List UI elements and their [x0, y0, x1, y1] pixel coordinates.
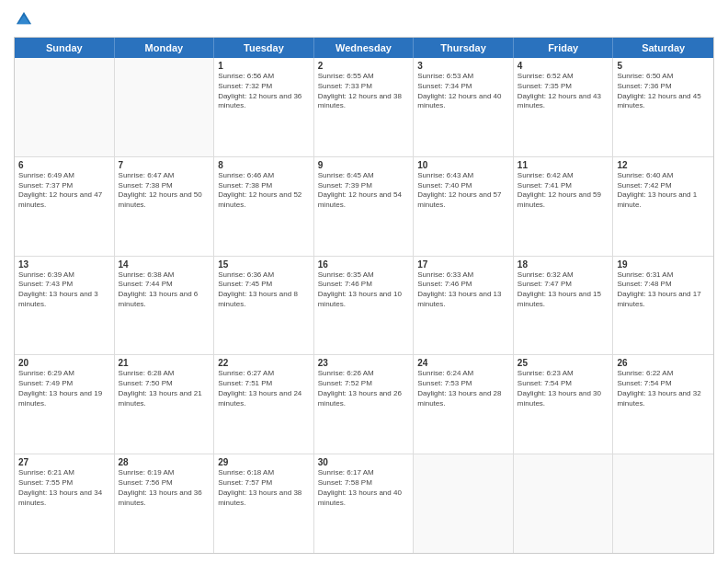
- day-cell-17: 17Sunrise: 6:33 AM Sunset: 7:46 PM Dayli…: [414, 257, 514, 355]
- day-cell-23: 23Sunrise: 6:26 AM Sunset: 7:52 PM Dayli…: [314, 355, 415, 454]
- day-number: 10: [417, 160, 509, 170]
- day-number: 11: [518, 160, 609, 170]
- day-info: Sunrise: 6:52 AM Sunset: 7:35 PM Dayligh…: [518, 72, 609, 111]
- week-row-2: 13Sunrise: 6:39 AM Sunset: 7:43 PM Dayli…: [15, 257, 713, 356]
- day-info: Sunrise: 6:50 AM Sunset: 7:36 PM Dayligh…: [617, 72, 710, 111]
- day-cell-4: 4Sunrise: 6:52 AM Sunset: 7:35 PM Daylig…: [514, 58, 614, 156]
- day-info: Sunrise: 6:40 AM Sunset: 7:42 PM Dayligh…: [617, 171, 710, 211]
- day-info: Sunrise: 6:19 AM Sunset: 7:56 PM Dayligh…: [119, 468, 210, 508]
- logo-icon: [14, 9, 34, 29]
- day-number: 8: [218, 160, 310, 170]
- day-cell-29: 29Sunrise: 6:18 AM Sunset: 7:57 PM Dayli…: [214, 454, 314, 553]
- day-number: 20: [18, 358, 110, 368]
- page: SundayMondayTuesdayWednesdayThursdayFrid…: [0, 0, 728, 563]
- day-number: 22: [218, 358, 310, 368]
- day-cell-19: 19Sunrise: 6:31 AM Sunset: 7:48 PM Dayli…: [613, 257, 713, 355]
- day-cell-2: 2Sunrise: 6:55 AM Sunset: 7:33 PM Daylig…: [314, 58, 415, 156]
- day-header-sunday: Sunday: [15, 38, 115, 58]
- day-cell-9: 9Sunrise: 6:45 AM Sunset: 7:39 PM Daylig…: [314, 157, 415, 256]
- day-number: 29: [218, 457, 310, 467]
- day-info: Sunrise: 6:56 AM Sunset: 7:32 PM Dayligh…: [218, 72, 310, 111]
- day-info: Sunrise: 6:29 AM Sunset: 7:49 PM Dayligh…: [18, 369, 110, 408]
- day-number: 18: [518, 259, 609, 270]
- day-cell-5: 5Sunrise: 6:50 AM Sunset: 7:36 PM Daylig…: [613, 58, 713, 156]
- day-number: 30: [318, 457, 410, 467]
- empty-cell: [514, 454, 614, 553]
- day-cell-7: 7Sunrise: 6:47 AM Sunset: 7:38 PM Daylig…: [115, 157, 215, 256]
- calendar: SundayMondayTuesdayWednesdayThursdayFrid…: [14, 37, 714, 554]
- day-number: 6: [18, 160, 110, 170]
- day-cell-27: 27Sunrise: 6:21 AM Sunset: 7:55 PM Dayli…: [15, 454, 115, 553]
- empty-cell: [115, 58, 215, 156]
- day-number: 2: [318, 61, 410, 71]
- week-row-3: 20Sunrise: 6:29 AM Sunset: 7:49 PM Dayli…: [15, 355, 713, 454]
- day-cell-28: 28Sunrise: 6:19 AM Sunset: 7:56 PM Dayli…: [115, 454, 215, 553]
- week-row-1: 6Sunrise: 6:49 AM Sunset: 7:37 PM Daylig…: [15, 157, 713, 257]
- day-number: 23: [318, 358, 410, 368]
- day-info: Sunrise: 6:53 AM Sunset: 7:34 PM Dayligh…: [417, 72, 509, 111]
- day-number: 19: [617, 259, 710, 270]
- day-info: Sunrise: 6:47 AM Sunset: 7:38 PM Dayligh…: [119, 171, 210, 211]
- day-number: 25: [518, 358, 609, 368]
- day-cell-14: 14Sunrise: 6:38 AM Sunset: 7:44 PM Dayli…: [115, 257, 215, 355]
- week-row-0: 1Sunrise: 6:56 AM Sunset: 7:32 PM Daylig…: [15, 58, 713, 157]
- day-number: 21: [119, 358, 210, 368]
- day-info: Sunrise: 6:17 AM Sunset: 7:58 PM Dayligh…: [318, 468, 410, 508]
- day-number: 12: [617, 160, 710, 170]
- day-info: Sunrise: 6:42 AM Sunset: 7:41 PM Dayligh…: [518, 171, 609, 211]
- day-cell-13: 13Sunrise: 6:39 AM Sunset: 7:43 PM Dayli…: [15, 257, 115, 355]
- day-cell-1: 1Sunrise: 6:56 AM Sunset: 7:32 PM Daylig…: [214, 58, 314, 156]
- day-cell-30: 30Sunrise: 6:17 AM Sunset: 7:58 PM Dayli…: [314, 454, 415, 553]
- day-cell-15: 15Sunrise: 6:36 AM Sunset: 7:45 PM Dayli…: [214, 257, 314, 355]
- day-header-saturday: Saturday: [613, 38, 713, 58]
- day-info: Sunrise: 6:43 AM Sunset: 7:40 PM Dayligh…: [417, 171, 509, 211]
- day-cell-6: 6Sunrise: 6:49 AM Sunset: 7:37 PM Daylig…: [15, 157, 115, 256]
- day-cell-22: 22Sunrise: 6:27 AM Sunset: 7:51 PM Dayli…: [214, 355, 314, 454]
- day-number: 28: [119, 457, 210, 467]
- day-header-wednesday: Wednesday: [314, 38, 415, 58]
- day-info: Sunrise: 6:22 AM Sunset: 7:54 PM Dayligh…: [617, 369, 710, 408]
- empty-cell: [414, 454, 514, 553]
- day-info: Sunrise: 6:33 AM Sunset: 7:46 PM Dayligh…: [417, 270, 509, 310]
- day-info: Sunrise: 6:45 AM Sunset: 7:39 PM Dayligh…: [318, 171, 410, 211]
- day-info: Sunrise: 6:55 AM Sunset: 7:33 PM Dayligh…: [318, 72, 410, 111]
- day-cell-25: 25Sunrise: 6:23 AM Sunset: 7:54 PM Dayli…: [514, 355, 614, 454]
- day-cell-16: 16Sunrise: 6:35 AM Sunset: 7:46 PM Dayli…: [314, 257, 415, 355]
- day-header-thursday: Thursday: [414, 38, 514, 58]
- empty-cell: [15, 58, 115, 156]
- day-number: 3: [417, 61, 509, 71]
- day-info: Sunrise: 6:39 AM Sunset: 7:43 PM Dayligh…: [18, 270, 110, 310]
- day-info: Sunrise: 6:32 AM Sunset: 7:47 PM Dayligh…: [518, 270, 609, 310]
- day-info: Sunrise: 6:23 AM Sunset: 7:54 PM Dayligh…: [518, 369, 609, 408]
- calendar-body: 1Sunrise: 6:56 AM Sunset: 7:32 PM Daylig…: [15, 58, 713, 553]
- day-info: Sunrise: 6:27 AM Sunset: 7:51 PM Dayligh…: [218, 369, 310, 408]
- day-number: 4: [518, 61, 609, 71]
- day-number: 15: [218, 259, 310, 270]
- day-cell-11: 11Sunrise: 6:42 AM Sunset: 7:41 PM Dayli…: [514, 157, 614, 256]
- day-info: Sunrise: 6:24 AM Sunset: 7:53 PM Dayligh…: [417, 369, 509, 408]
- day-number: 26: [617, 358, 710, 368]
- day-number: 16: [318, 259, 410, 270]
- day-header-tuesday: Tuesday: [214, 38, 314, 58]
- day-cell-21: 21Sunrise: 6:28 AM Sunset: 7:50 PM Dayli…: [115, 355, 215, 454]
- day-info: Sunrise: 6:21 AM Sunset: 7:55 PM Dayligh…: [18, 468, 110, 508]
- day-number: 13: [18, 259, 110, 270]
- header: [14, 9, 714, 29]
- day-info: Sunrise: 6:31 AM Sunset: 7:48 PM Dayligh…: [617, 270, 710, 310]
- day-cell-24: 24Sunrise: 6:24 AM Sunset: 7:53 PM Dayli…: [414, 355, 514, 454]
- day-cell-10: 10Sunrise: 6:43 AM Sunset: 7:40 PM Dayli…: [414, 157, 514, 256]
- day-info: Sunrise: 6:35 AM Sunset: 7:46 PM Dayligh…: [318, 270, 410, 310]
- day-info: Sunrise: 6:36 AM Sunset: 7:45 PM Dayligh…: [218, 270, 310, 310]
- day-info: Sunrise: 6:26 AM Sunset: 7:52 PM Dayligh…: [318, 369, 410, 408]
- day-cell-26: 26Sunrise: 6:22 AM Sunset: 7:54 PM Dayli…: [613, 355, 713, 454]
- day-cell-20: 20Sunrise: 6:29 AM Sunset: 7:49 PM Dayli…: [15, 355, 115, 454]
- day-info: Sunrise: 6:18 AM Sunset: 7:57 PM Dayligh…: [218, 468, 310, 508]
- calendar-header: SundayMondayTuesdayWednesdayThursdayFrid…: [15, 38, 713, 58]
- day-number: 14: [119, 259, 210, 270]
- day-number: 24: [417, 358, 509, 368]
- day-info: Sunrise: 6:28 AM Sunset: 7:50 PM Dayligh…: [119, 369, 210, 408]
- day-number: 17: [417, 259, 509, 270]
- day-header-monday: Monday: [115, 38, 215, 58]
- logo: [14, 9, 38, 29]
- day-number: 9: [318, 160, 410, 170]
